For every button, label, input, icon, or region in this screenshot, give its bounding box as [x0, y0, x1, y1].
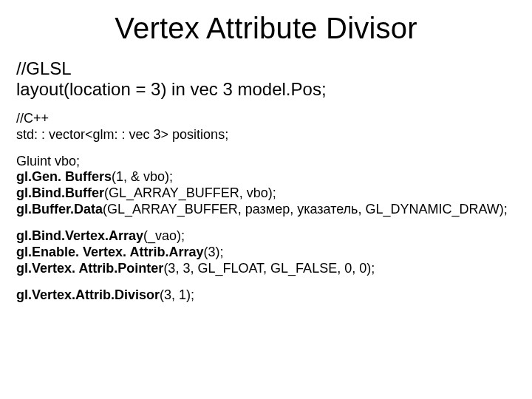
code-line: std: : vector<glm: : vec 3> positions; — [16, 127, 516, 143]
code-line: gl.Vertex.Attrib.Divisor(3, 1); — [16, 287, 516, 304]
fn-args: (GL_ARRAY_BUFFER, vbo); — [104, 185, 276, 200]
code-line: //C++ — [16, 111, 516, 127]
code-line: gl.Bind.Buffer(GL_ARRAY_BUFFER, vbo); — [16, 185, 516, 202]
fn-name: gl.Vertex. Attrib.Pointer — [16, 261, 163, 276]
fn-args: (3); — [203, 245, 223, 259]
code-line: gl.Bind.Vertex.Array(_vao); — [16, 228, 516, 245]
fn-name: gl.Bind.Vertex.Array — [16, 228, 143, 243]
fn-name: gl.Buffer.Data — [16, 202, 103, 216]
fn-name: gl.Bind.Buffer — [16, 185, 104, 200]
fn-args: (3, 3, GL_FLOAT, GL_FALSE, 0, 0); — [163, 261, 375, 276]
code-line: //GLSL — [16, 58, 516, 79]
divisor-block: gl.Vertex.Attrib.Divisor(3, 1); — [16, 287, 516, 304]
code-line: gl.Gen. Buffers(1, & vbo); — [16, 169, 516, 185]
code-line: gl.Vertex. Attrib.Pointer(3, 3, GL_FLOAT… — [16, 261, 516, 277]
slide-title: Vertex Attribute Divisor — [16, 12, 516, 45]
fn-name: gl.Enable. Vertex. Attrib.Array — [16, 245, 203, 259]
fn-args: (GL_ARRAY_BUFFER, размер, указатель, GL_… — [103, 202, 508, 216]
code-line: layout(location = 3) in vec 3 model.Pos; — [16, 79, 516, 100]
slide: Vertex Attribute Divisor //GLSL layout(l… — [0, 0, 532, 399]
vao-block: gl.Bind.Vertex.Array(_vao); gl.Enable. V… — [16, 228, 516, 277]
code-line: gl.Enable. Vertex. Attrib.Array(3); — [16, 245, 516, 261]
fn-args: (_vao); — [143, 228, 185, 243]
code-line: Gluint vbo; — [16, 154, 516, 170]
fn-name: gl.Gen. Buffers — [16, 169, 112, 184]
fn-name: gl.Vertex.Attrib.Divisor — [16, 287, 160, 302]
vbo-block: Gluint vbo; gl.Gen. Buffers(1, & vbo); g… — [16, 154, 516, 219]
code-line: gl.Buffer.Data(GL_ARRAY_BUFFER, размер, … — [16, 202, 516, 218]
fn-args: (1, & vbo); — [112, 169, 173, 184]
fn-args: (3, 1); — [160, 287, 194, 302]
glsl-block: //GLSL layout(location = 3) in vec 3 mod… — [16, 58, 516, 100]
cpp-block: //C++ std: : vector<glm: : vec 3> positi… — [16, 111, 516, 143]
